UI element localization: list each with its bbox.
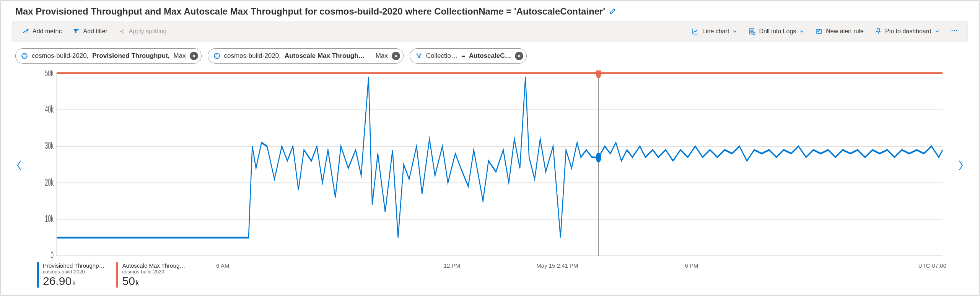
svg-point-25 <box>596 70 601 78</box>
line-chart-button[interactable]: Line chart <box>687 25 742 38</box>
legend-color-1 <box>37 262 39 288</box>
svg-text:50k: 50k <box>45 70 54 78</box>
svg-text:0: 0 <box>50 250 54 260</box>
filter-eq: = <box>461 52 465 60</box>
legend-sub-2: cosmos-build-2020 <box>122 269 185 275</box>
pill1-agg: Max <box>173 52 186 60</box>
legend-color-2 <box>116 262 118 288</box>
line-chart-icon <box>692 28 699 35</box>
pin-dashboard-label: Pin to dashboard <box>885 28 931 35</box>
svg-text:40k: 40k <box>45 103 54 114</box>
logs-icon <box>748 28 756 35</box>
svg-text:30k: 30k <box>45 140 54 151</box>
pin-dashboard-button[interactable]: Pin to dashboard <box>870 25 944 38</box>
svg-text:10k: 10k <box>45 213 54 224</box>
close-icon[interactable] <box>190 52 198 60</box>
cursor-label: May 15 2:41 PM <box>536 262 578 269</box>
drill-logs-button[interactable]: Drill into Logs <box>744 25 809 38</box>
svg-point-9 <box>214 55 220 57</box>
filter-val: AutoscaleC… <box>469 52 511 60</box>
apply-splitting-button: Apply splitting <box>114 25 171 38</box>
legend-series-2[interactable]: Autoscale Max Throug… cosmos-build-2020 … <box>116 262 185 288</box>
svg-point-4 <box>954 30 955 31</box>
cosmos-icon <box>21 52 28 59</box>
svg-text:20k: 20k <box>45 177 54 188</box>
metric-pill-2[interactable]: cosmos-build-2020, Autoscale Max Through… <box>208 48 404 64</box>
svg-point-7 <box>22 55 27 57</box>
add-metric-label: Add metric <box>33 28 62 35</box>
chevron-down-icon <box>934 29 940 34</box>
more-button[interactable] <box>946 25 963 38</box>
legend-name-1: Provisioned Throughp… <box>43 262 104 269</box>
legend-unit-2: k <box>136 280 139 286</box>
line-chart-label: Line chart <box>702 28 729 35</box>
filter-icon <box>415 52 422 59</box>
pin-icon <box>874 28 882 35</box>
toolbar: Add metric Add filter Apply splitting Li… <box>12 21 968 42</box>
pill1-metric: Provisioned Throughput, <box>92 52 169 60</box>
legend-unit-1: k <box>72 280 75 286</box>
x-tick-6am: 6 AM <box>216 262 229 269</box>
chart[interactable]: 50k40k30k20k10k0 6 AM 12 PM May 15 2:41 … <box>26 70 954 260</box>
title-row: Max Provisioned Throughput and Max Autos… <box>12 5 968 21</box>
add-filter-button[interactable]: Add filter <box>68 25 112 38</box>
filter-pill[interactable]: Collectio… = AutoscaleC… <box>410 48 527 64</box>
chart-svg: 50k40k30k20k10k0 <box>34 70 946 260</box>
apply-splitting-label: Apply splitting <box>129 28 167 35</box>
close-icon[interactable] <box>392 52 400 60</box>
add-filter-label: Add filter <box>83 28 107 35</box>
x-tick-12pm: 12 PM <box>444 262 460 269</box>
tz-label: UTC-07:00 <box>918 262 946 269</box>
chevron-down-icon <box>732 29 737 34</box>
pill2-metric: Autoscale Max Through… <box>285 52 365 60</box>
legend-val-1: 26.90 <box>43 275 72 287</box>
svg-point-5 <box>956 30 957 31</box>
pill1-resource: cosmos-build-2020, <box>32 52 88 60</box>
x-tick-6pm: 6 PM <box>685 262 698 269</box>
legend-name-2: Autoscale Max Throug… <box>122 262 185 269</box>
page-title: Max Provisioned Throughput and Max Autos… <box>15 6 605 17</box>
new-alert-button[interactable]: New alert rule <box>811 25 868 38</box>
filter-icon <box>72 28 80 35</box>
ellipsis-icon <box>951 27 958 36</box>
drill-logs-label: Drill into Logs <box>759 28 796 35</box>
svg-point-8 <box>214 53 220 59</box>
legend-series-1[interactable]: Provisioned Throughp… cosmos-build-2020 … <box>37 262 104 288</box>
filter-key: Collectio… <box>426 52 457 60</box>
legend-val-2: 50 <box>122 275 135 287</box>
metric-pill-1[interactable]: cosmos-build-2020, Provisioned Throughpu… <box>15 48 202 64</box>
svg-point-26 <box>596 153 601 163</box>
alert-icon <box>815 28 823 35</box>
pill-row: cosmos-build-2020, Provisioned Throughpu… <box>12 42 968 67</box>
edit-icon[interactable] <box>609 7 617 16</box>
next-button[interactable] <box>954 70 968 260</box>
split-icon <box>118 28 126 35</box>
cosmos-icon <box>213 52 220 59</box>
pill2-agg: Max <box>376 52 388 60</box>
add-metric-icon <box>22 28 29 35</box>
chart-row: 50k40k30k20k10k0 6 AM 12 PM May 15 2:41 … <box>12 67 968 260</box>
svg-point-3 <box>952 30 953 31</box>
add-metric-button[interactable]: Add metric <box>17 25 66 38</box>
close-icon[interactable] <box>515 52 523 60</box>
legend-sub-1: cosmos-build-2020 <box>43 269 104 275</box>
pill2-resource: cosmos-build-2020, <box>224 52 281 60</box>
svg-point-6 <box>22 53 27 59</box>
chevron-down-icon <box>799 29 804 34</box>
prev-button[interactable] <box>12 70 26 260</box>
metrics-panel: Max Provisioned Throughput and Max Autos… <box>0 0 980 296</box>
new-alert-label: New alert rule <box>826 28 864 35</box>
legend-row: Provisioned Throughp… cosmos-build-2020 … <box>12 260 968 288</box>
